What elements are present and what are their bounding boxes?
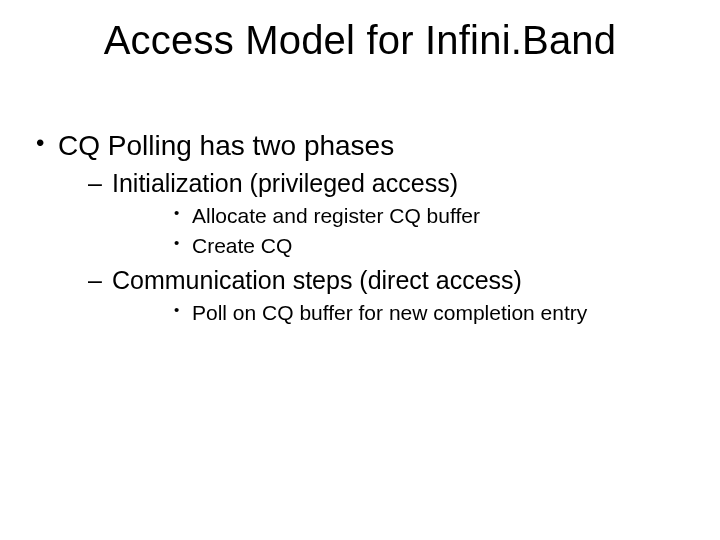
bullet-l3-text: Poll on CQ buffer for new completion ent… [192, 301, 587, 324]
bullet-list-level3: Poll on CQ buffer for new completion ent… [112, 299, 690, 327]
slide-title: Access Model for Infini.Band [0, 18, 720, 63]
bullet-l3: Allocate and register CQ buffer [112, 202, 690, 230]
bullet-list-level3: Allocate and register CQ buffer Create C… [112, 202, 690, 261]
bullet-l3: Poll on CQ buffer for new completion ent… [112, 299, 690, 327]
bullet-l2: Initialization (privileged access) Alloc… [58, 167, 690, 260]
bullet-list-level1: CQ Polling has two phases Initialization… [30, 128, 690, 327]
bullet-l2-text: Communication steps (direct access) [112, 266, 522, 294]
bullet-l3-text: Allocate and register CQ buffer [192, 204, 480, 227]
bullet-l1-text: CQ Polling has two phases [58, 130, 394, 161]
bullet-l1: CQ Polling has two phases Initialization… [30, 128, 690, 327]
bullet-l2: Communication steps (direct access) Poll… [58, 264, 690, 327]
bullet-l2-text: Initialization (privileged access) [112, 169, 458, 197]
slide-body: CQ Polling has two phases Initialization… [30, 128, 690, 333]
bullet-l3: Create CQ [112, 232, 690, 260]
bullet-l3-text: Create CQ [192, 234, 292, 257]
slide: Access Model for Infini.Band CQ Polling … [0, 0, 720, 540]
bullet-list-level2: Initialization (privileged access) Alloc… [58, 167, 690, 327]
